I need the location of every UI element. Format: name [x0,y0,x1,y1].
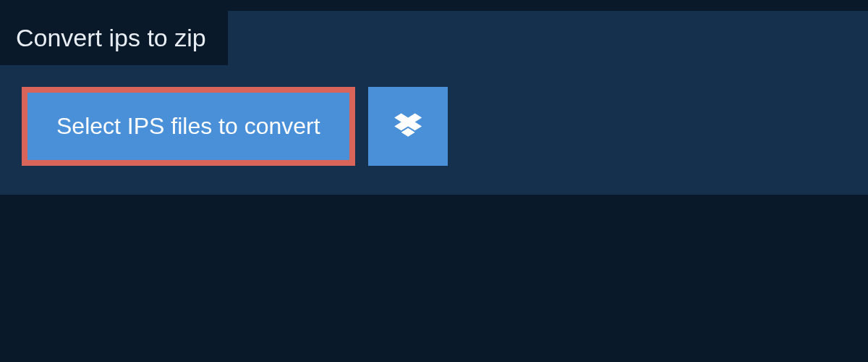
button-row: Select IPS files to convert [0,65,868,166]
select-files-label: Select IPS files to convert [56,113,320,140]
dropbox-button[interactable] [368,87,448,166]
select-files-button[interactable]: Select IPS files to convert [22,87,355,166]
converter-panel: Convert ips to zip Select IPS files to c… [0,11,868,195]
tab-title: Convert ips to zip [16,24,206,51]
tab-convert[interactable]: Convert ips to zip [0,11,228,65]
dropbox-icon [393,111,422,142]
